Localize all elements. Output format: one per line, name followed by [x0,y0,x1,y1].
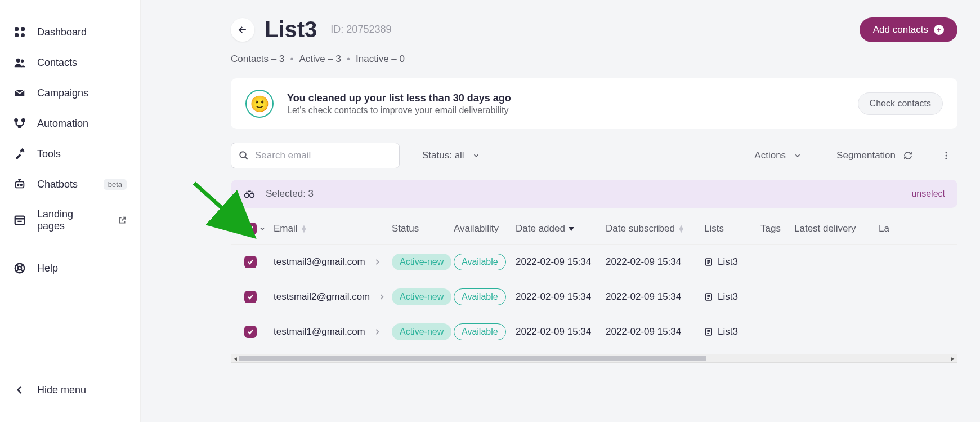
sidebar: Dashboard Contacts Campaigns Automation … [0,0,141,422]
svg-rect-1 [21,27,25,31]
sidebar-item-automation[interactable]: Automation [0,108,140,139]
svg-point-3 [21,33,25,37]
column-la[interactable]: La [879,223,901,234]
status-badge: Active-new [392,288,451,305]
svg-point-7 [22,119,25,122]
search-input[interactable] [231,143,400,168]
banner-subtitle: Let's check contacts to improve your ema… [287,105,844,116]
availability-badge: Available [454,288,506,305]
column-date-subscribed[interactable]: Date subscribed ▲▼ [606,223,704,234]
smiley-icon: 🙂 [245,90,274,118]
svg-point-16 [18,266,21,270]
sidebar-item-label: Campaigns [37,87,88,99]
lists-cell: List3 [718,256,738,268]
header-row: List3 ID: 20752389 Add contacts + [231,17,957,42]
row-checkbox[interactable] [244,291,257,303]
actions-dropdown[interactable]: Actions [742,144,814,167]
segmentation-label: Segmentation [836,150,896,161]
sidebar-item-label: Landing pages [37,208,103,232]
column-email[interactable]: Email ▲▼ [274,223,392,234]
scrollbar-thumb[interactable] [239,356,706,361]
scroll-left-arrow[interactable]: ◄ [231,354,239,362]
chatbots-icon [14,178,26,190]
availability-badge: Available [454,254,506,270]
sidebar-item-label: Dashboard [37,26,87,38]
column-availability[interactable]: Availability [454,223,516,234]
sidebar-item-landing-pages[interactable]: Landing pages [0,199,140,241]
search-icon [239,150,249,161]
sidebar-item-chatbots[interactable]: Chatbots beta [0,169,140,199]
chevron-right-icon[interactable] [373,328,381,336]
contacts-table: Email ▲▼ Status Availability Date added … [231,214,957,349]
scroll-right-arrow[interactable]: ► [949,354,957,362]
add-contacts-label: Add contacts [873,24,928,35]
date-subscribed-cell: 2022-02-09 15:34 [606,291,704,303]
date-added-cell: 2022-02-09 15:34 [516,291,606,303]
chevron-down-icon[interactable] [259,225,266,232]
sidebar-item-label: Chatbots [37,179,78,190]
svg-point-19 [946,155,947,157]
column-lists[interactable]: Lists [704,223,760,234]
unselect-link[interactable]: unselect [911,189,945,199]
cleanup-banner: 🙂 You cleaned up your list less than 30 … [231,78,957,129]
svg-point-4 [16,59,20,63]
add-contacts-button[interactable]: Add contacts + [860,17,957,42]
list-icon [704,257,713,266]
table-row[interactable]: testsmail2@gmail.com Active-new Availabl… [231,279,957,314]
selection-count: Selected: 3 [266,188,314,199]
row-checkbox[interactable] [244,256,257,268]
svg-point-22 [250,193,254,197]
segmentation-button[interactable]: Segmentation [824,144,925,167]
more-button[interactable] [935,144,957,167]
tools-icon [14,148,26,160]
beta-badge: beta [104,179,127,190]
contacts-icon [14,56,26,69]
date-added-cell: 2022-02-09 15:34 [516,256,606,268]
sidebar-item-label: Hide menu [37,384,86,396]
back-button[interactable] [231,18,254,42]
svg-rect-11 [16,181,24,188]
plus-icon: + [934,25,944,35]
column-date-added[interactable]: Date added [516,223,606,234]
table-row[interactable]: testmail1@gmail.com Active-new Available… [231,314,957,349]
landing-pages-icon [14,214,26,226]
sidebar-item-hide-menu[interactable]: Hide menu [0,375,140,405]
column-status[interactable]: Status [392,223,454,234]
date-subscribed-cell: 2022-02-09 15:34 [606,326,704,337]
sidebar-item-dashboard[interactable]: Dashboard [0,17,140,47]
more-vertical-icon [941,150,951,161]
sidebar-item-campaigns[interactable]: Campaigns [0,78,140,108]
status-badge: Active-new [392,323,451,340]
svg-point-18 [946,152,947,153]
list-icon [704,327,713,336]
column-latest-delivery[interactable]: Latest delivery [794,223,879,234]
column-tags[interactable]: Tags [760,223,794,234]
sidebar-item-label: Help [37,263,58,274]
check-contacts-button[interactable]: Check contacts [858,92,943,115]
selection-bar: Selected: 3 unselect [231,180,957,208]
stat-active: Active – 3 [299,54,341,65]
binoculars-icon [243,188,256,200]
svg-rect-2 [15,33,19,37]
chevron-right-icon[interactable] [373,258,381,266]
stats-row: Contacts – 3 • Active – 3 • Inactive – 0 [231,54,957,65]
email-cell: testsmail2@gmail.com [274,291,370,303]
table-row[interactable]: testmail3@gmail.com Active-new Available… [231,245,957,279]
chevron-right-icon[interactable] [378,293,386,301]
select-all-checkbox[interactable] [244,223,257,235]
row-checkbox[interactable] [244,326,257,338]
stat-contacts: Contacts – 3 [231,54,284,65]
table-header: Email ▲▼ Status Availability Date added … [231,214,957,245]
sidebar-item-label: Tools [37,148,61,160]
sidebar-item-tools[interactable]: Tools [0,139,140,169]
campaigns-icon [14,87,26,99]
svg-point-9 [22,149,23,150]
dashboard-icon [14,26,26,38]
horizontal-scrollbar[interactable]: ◄ ► [231,354,957,363]
lists-cell: List3 [718,291,738,303]
sidebar-item-contacts[interactable]: Contacts [0,47,140,78]
chevron-left-icon [14,384,26,396]
status-filter-dropdown[interactable]: Status: all [410,144,493,167]
sidebar-item-help[interactable]: Help [0,253,140,283]
lists-cell: List3 [718,326,738,337]
